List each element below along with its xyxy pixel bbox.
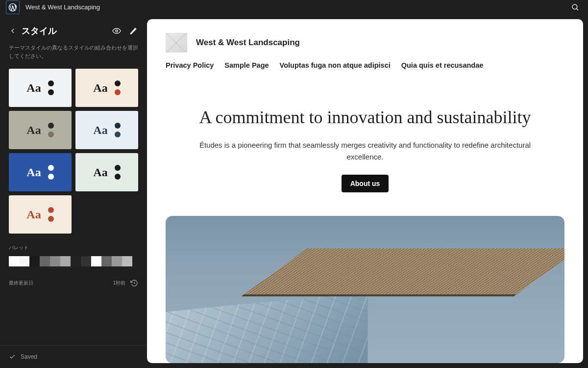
history-button[interactable]: [130, 279, 138, 287]
palette-label: パレット: [0, 234, 147, 256]
style-color-dots: [48, 123, 54, 137]
nav-link[interactable]: Voluptas fuga non atque adipisci: [280, 61, 391, 69]
style-sample-text: Aa: [26, 81, 41, 95]
palette-swatch[interactable]: [112, 256, 122, 266]
history-icon: [130, 279, 138, 287]
hero-text[interactable]: Études is a pioneering firm that seamles…: [186, 139, 544, 163]
palette-swatch[interactable]: [122, 256, 132, 266]
style-color-dots: [115, 123, 121, 137]
back-button[interactable]: [9, 27, 17, 35]
style-variation-grid: AaAaAaAaAaAaAa: [0, 69, 147, 234]
topbar-site-title: West & West Landscaping: [25, 3, 563, 11]
chevron-left-icon: [9, 27, 17, 35]
last-updated-row: 最終更新日 1秒前: [0, 266, 147, 294]
top-bar: West & West Landscaping: [0, 0, 588, 14]
nav-link[interactable]: Quia quis et recusandae: [401, 61, 484, 69]
style-color-dots: [115, 165, 121, 180]
style-color-dots: [48, 207, 54, 222]
palette-swatch[interactable]: [19, 256, 29, 266]
svg-point-0: [572, 4, 577, 9]
style-variation-card[interactable]: Aa: [9, 69, 72, 107]
style-sample-text: Aa: [26, 208, 41, 221]
style-sample-text: Aa: [26, 166, 41, 179]
palette-swatch[interactable]: [60, 256, 71, 266]
palette-swatch[interactable]: [71, 256, 81, 266]
style-variation-card[interactable]: Aa: [75, 111, 138, 149]
preview-hero-image[interactable]: [166, 216, 564, 363]
check-icon: [9, 353, 16, 360]
hero-title[interactable]: A commitment to innovation and sustainab…: [186, 106, 544, 129]
eye-icon: [112, 26, 121, 35]
style-sample-text: Aa: [93, 124, 107, 137]
panel-description: テーマスタイルの異なるスタイルの組み合わせを選択してください。: [0, 44, 147, 69]
style-variation-card[interactable]: Aa: [75, 153, 138, 191]
style-variation-card[interactable]: Aa: [75, 69, 138, 107]
sidebar: スタイル テーマスタイルの異なるスタイルの組み合わせを選択してください。 AaA…: [0, 14, 147, 368]
palette-swatch[interactable]: [101, 256, 112, 266]
wordpress-logo-icon[interactable]: [6, 0, 20, 14]
style-variation-card[interactable]: Aa: [9, 195, 72, 234]
palette-swatch[interactable]: [9, 256, 19, 266]
style-sample-text: Aa: [26, 124, 41, 137]
style-sample-text: Aa: [93, 81, 107, 95]
preview-header: West & West Landscaping: [147, 19, 583, 61]
panel-header: スタイル: [0, 14, 147, 44]
panel-actions: [112, 26, 138, 36]
preview-nav: Privacy PolicySample PageVoluptas fuga n…: [147, 61, 583, 83]
svg-line-1: [577, 8, 578, 10]
search-button[interactable]: [568, 0, 582, 14]
sidebar-footer: Saved: [0, 345, 147, 368]
panel-title: スタイル: [22, 25, 107, 37]
preview-site-logo[interactable]: [166, 33, 187, 53]
pencil-icon: [129, 26, 138, 35]
nav-link[interactable]: Sample Page: [224, 61, 269, 69]
palette-swatch[interactable]: [29, 256, 40, 266]
palette-swatch[interactable]: [91, 256, 101, 266]
preview-site-name[interactable]: West & West Landscaping: [196, 38, 300, 48]
palette-swatch[interactable]: [50, 256, 60, 266]
preview-toggle-button[interactable]: [112, 26, 122, 36]
main-area: スタイル テーマスタイルの異なるスタイルの組み合わせを選択してください。 AaA…: [0, 14, 588, 368]
style-color-dots: [48, 80, 54, 95]
save-status: Saved: [21, 353, 37, 360]
last-updated-label: 最終更新日: [9, 280, 113, 287]
style-variation-card[interactable]: Aa: [9, 153, 72, 191]
style-variation-card[interactable]: Aa: [9, 111, 72, 149]
preview-hero: A commitment to innovation and sustainab…: [147, 83, 583, 207]
preview-canvas[interactable]: West & West Landscaping Privacy PolicySa…: [147, 19, 583, 363]
about-us-button[interactable]: About us: [342, 175, 389, 192]
svg-point-2: [116, 30, 118, 32]
style-sample-text: Aa: [93, 166, 107, 179]
palette-swatch[interactable]: [81, 256, 91, 266]
last-updated-value: 1秒前: [113, 280, 125, 287]
style-color-dots: [48, 165, 54, 180]
palette-swatch[interactable]: [40, 256, 50, 266]
search-icon: [571, 3, 580, 12]
nav-link[interactable]: Privacy Policy: [166, 61, 214, 69]
palette-row: [0, 256, 147, 266]
edit-button[interactable]: [128, 26, 138, 36]
style-color-dots: [115, 80, 121, 95]
